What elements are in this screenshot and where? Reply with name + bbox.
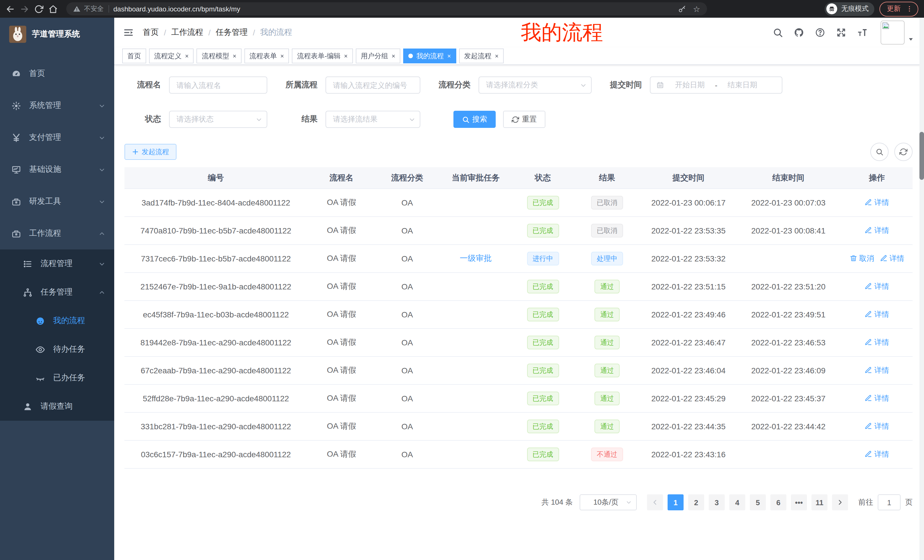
cell-submit-time: 2022-01-22 23:53:35 [641, 217, 735, 245]
sidebar-item-leave-query[interactable]: 请假查询 [0, 392, 114, 421]
current-task-link[interactable]: 一级审批 [460, 253, 492, 263]
sidebar-item-infra[interactable]: 基础设施 [0, 154, 114, 186]
sidebar-item-todo-task[interactable]: 待办任务 [0, 335, 114, 364]
prev-page-button [647, 494, 663, 511]
tab-close-icon[interactable]: × [185, 53, 189, 59]
sidebar-item-label: 工作流程 [29, 228, 61, 239]
process-def-label: 所属流程 [284, 80, 318, 90]
cell-process-name: OA 请假 [307, 440, 376, 469]
status-select[interactable]: 请选择状态 [169, 111, 267, 128]
security-status[interactable]: 不安全 [73, 4, 104, 13]
page-button-11[interactable]: 11 [812, 494, 828, 511]
caret-down-icon[interactable] [908, 36, 914, 42]
user-avatar[interactable] [880, 21, 914, 45]
help-icon[interactable] [815, 27, 825, 38]
create-process-button[interactable]: 发起流程 [124, 144, 177, 160]
forward-icon[interactable] [20, 4, 29, 13]
tab-流程表单[interactable]: 流程表单× [244, 48, 289, 63]
page-scrollbar[interactable] [920, 18, 924, 560]
sidebar-item-pay[interactable]: 支付管理 [0, 121, 114, 154]
page-button-5[interactable]: 5 [750, 494, 766, 511]
breadcrumb-home[interactable]: 首页 [143, 27, 159, 38]
page-button-3[interactable]: 3 [709, 494, 725, 511]
bookmark-star-icon[interactable]: ☆ [693, 5, 700, 13]
filter-row-1: 流程名 所属流程 流程分类 请选择流程分类 [124, 76, 924, 94]
browser-update-button[interactable]: 更新 [879, 1, 918, 16]
next-page-button[interactable] [832, 494, 848, 511]
tab-发起流程[interactable]: 发起流程× [459, 48, 504, 63]
reset-button[interactable]: 重置 [503, 111, 545, 128]
sidebar-item-task-mgmt[interactable]: 任务管理 [0, 278, 114, 307]
sidebar-item-process-mgmt[interactable]: 流程管理 [0, 250, 114, 278]
toggle-search-button[interactable] [870, 143, 889, 161]
tab-流程表单-编辑[interactable]: 流程表单-编辑× [292, 48, 353, 63]
sidebar-item-done-task[interactable]: 已办任务 [0, 364, 114, 392]
detail-action-link[interactable]: 详情 [865, 421, 889, 431]
app-logo[interactable]: 芋道管理系统 [0, 18, 114, 49]
process-name-input[interactable] [169, 76, 267, 94]
page-size-select[interactable]: 10条/页 [580, 494, 637, 511]
tab-label: 用户分组 [361, 51, 388, 61]
tab-流程定义[interactable]: 流程定义× [149, 48, 194, 63]
page-button-4[interactable]: 4 [729, 494, 745, 511]
cell-end-time: 2022-01-23 00:08:41 [735, 217, 841, 245]
url-text[interactable]: dashboard.yudao.iocoder.cn/bpm/task/my [113, 5, 674, 13]
process-def-input[interactable] [326, 76, 420, 94]
sidebar-toggle-icon[interactable] [114, 27, 143, 38]
detail-action-link[interactable]: 详情 [865, 198, 889, 208]
search-button[interactable]: 搜索 [453, 111, 496, 128]
tab-close-icon[interactable]: × [495, 53, 498, 59]
sidebar-item-home[interactable]: 首页 [0, 58, 114, 90]
detail-action-link[interactable]: 详情 [865, 449, 889, 460]
tab-首页[interactable]: 首页 [122, 48, 146, 63]
sidebar-item-dev[interactable]: 研发工具 [0, 186, 114, 217]
fullscreen-icon[interactable] [836, 27, 846, 38]
goto-page-input[interactable] [878, 494, 901, 511]
detail-action-link[interactable]: 详情 [865, 365, 889, 376]
key-icon[interactable] [678, 5, 686, 13]
tab-流程模型[interactable]: 流程模型× [197, 48, 242, 63]
sidebar-item-workflow[interactable]: 工作流程 [0, 217, 114, 250]
reload-icon[interactable] [34, 4, 44, 13]
avatar-broken-image[interactable] [880, 21, 904, 45]
end-date-placeholder[interactable]: 结束日期 [721, 80, 764, 90]
chevron-right-icon [837, 499, 843, 506]
result-badge: 通过 [594, 419, 620, 433]
tab-close-icon[interactable]: × [392, 53, 396, 59]
detail-action-link[interactable]: 详情 [865, 393, 889, 404]
cell-end-time: 2022-01-22 23:44:42 [735, 412, 841, 440]
search-icon[interactable] [772, 27, 783, 38]
tab-close-icon[interactable]: × [447, 53, 451, 59]
detail-action-link[interactable]: 详情 [865, 309, 889, 320]
font-size-icon[interactable] [857, 27, 867, 38]
tab-close-icon[interactable]: × [280, 53, 284, 59]
detail-action-link[interactable]: 详情 [865, 226, 889, 236]
date-range-picker[interactable]: 开始日期 - 结束日期 [650, 76, 782, 94]
address-bar[interactable]: 不安全 dashboard.yudao.iocoder.cn/bpm/task/… [66, 2, 707, 15]
cell-status: 已完成 [513, 356, 573, 385]
result-select[interactable]: 请选择流结果 [326, 111, 420, 128]
chevron-down-icon [99, 198, 105, 205]
cancel-action-link[interactable]: 取消 [849, 253, 874, 264]
page-button-6[interactable]: 6 [770, 494, 786, 511]
detail-action-link[interactable]: 详情 [865, 281, 889, 292]
sidebar-item-my-process[interactable]: 我的流程 [0, 307, 114, 335]
github-icon[interactable] [794, 27, 804, 38]
refresh-table-button[interactable] [894, 143, 913, 161]
tab-close-icon[interactable]: × [344, 53, 348, 59]
tab-用户分组[interactable]: 用户分组× [356, 48, 400, 63]
back-icon[interactable] [6, 4, 15, 13]
tab-close-icon[interactable]: × [233, 53, 236, 59]
kebab-menu-icon[interactable] [906, 5, 913, 13]
page-button-1[interactable]: 1 [668, 494, 684, 511]
detail-action-link[interactable]: 详情 [880, 253, 904, 264]
pager-ellipsis[interactable]: ••• [791, 494, 807, 511]
category-select[interactable]: 请选择流程分类 [478, 76, 592, 94]
sidebar-item-system[interactable]: 系统管理 [0, 90, 114, 121]
detail-action-link[interactable]: 详情 [865, 337, 889, 347]
start-date-placeholder[interactable]: 开始日期 [669, 80, 711, 90]
tab-我的流程[interactable]: 我的流程× [403, 48, 456, 63]
home-icon[interactable] [48, 4, 58, 13]
scrollbar-thumb[interactable] [920, 132, 924, 180]
page-button-2[interactable]: 2 [688, 494, 704, 511]
